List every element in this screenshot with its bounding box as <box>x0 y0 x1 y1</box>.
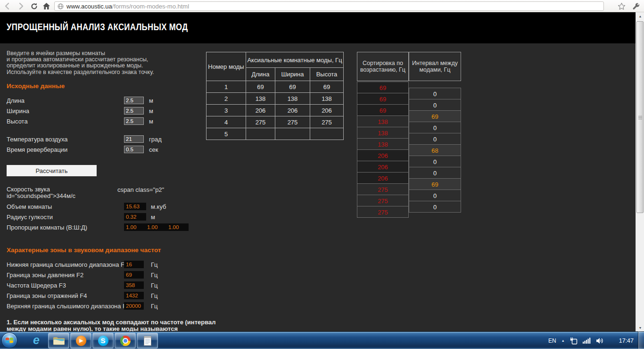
sound-speed-text: Скорость звука id="soundspeed">344м/с <box>7 186 75 199</box>
table-cell: 138 <box>310 93 344 105</box>
scrollbar-thumb[interactable] <box>636 21 644 213</box>
reload-icon[interactable] <box>28 1 40 11</box>
scroll-down-icon[interactable]: ▼ <box>636 324 644 331</box>
proportion-value-1: 1.00 <box>124 223 146 231</box>
table-cell: 1 <box>206 81 246 93</box>
intervals-column: 00690068006900 <box>409 88 461 213</box>
volume-value: 15.63 <box>124 203 146 210</box>
result-label: Объем комнаты <box>7 203 52 210</box>
table-cell: 275 <box>310 116 344 128</box>
sorted-mode-row: 206 <box>357 149 409 161</box>
skype-icon: S <box>98 336 108 346</box>
f2-value: 69 <box>124 271 144 279</box>
interval-row: 0 <box>409 167 461 179</box>
vertical-scrollbar[interactable]: ▲ ▼ <box>636 12 644 331</box>
taskbar-skype[interactable]: S <box>92 333 114 348</box>
signal-strength-icon[interactable] <box>583 337 591 344</box>
language-indicator[interactable]: EN <box>548 337 556 344</box>
zone-unit: Гц <box>151 292 158 299</box>
field-row-reverb-time: Время реверберации сек <box>7 146 205 154</box>
axial-modes-table: Номер моды Аксиальные комнатные моды, Гц… <box>206 52 344 140</box>
table-cell: 138 <box>275 93 310 105</box>
sorted-mode-row: 69 <box>357 104 409 116</box>
table-cell: 275 <box>275 116 310 128</box>
taskbar-media-player[interactable]: ▶ <box>70 333 91 348</box>
column-header-height: Высота <box>310 68 344 81</box>
column-header-mode-number: Номер моды <box>206 52 246 81</box>
hidden-icons-chevron[interactable]: ▲ <box>561 339 565 342</box>
table-cell: 69 <box>275 81 310 93</box>
table-cell: 275 <box>246 116 275 128</box>
zone-label: Частота Шредера F3 <box>7 282 66 289</box>
section-heading-input-data: Исходные данные <box>7 82 65 90</box>
folder-icon <box>53 336 65 346</box>
home-icon[interactable] <box>41 1 52 11</box>
table-cell: 69 <box>246 81 275 93</box>
field-unit: град <box>149 136 162 143</box>
interval-row: 69 <box>409 110 461 122</box>
network-plug-icon[interactable] <box>570 337 578 345</box>
scrollbar-grip <box>638 116 642 120</box>
taskbar-internet-explorer[interactable]: e <box>28 333 44 348</box>
table-row: 2138138138 <box>206 93 344 105</box>
radius-value: 0.32 <box>124 213 146 221</box>
column-header-width: Ширина <box>275 68 310 81</box>
intervals-header: Интервал между модами, Гц <box>409 52 461 81</box>
field-label: Ширина <box>7 107 29 115</box>
field-label: Высота <box>7 118 28 125</box>
field-unit: м <box>149 107 153 115</box>
table-cell: 2 <box>206 93 246 105</box>
broken-tag-text: cspan class="p2" <box>117 186 164 193</box>
sorted-mode-row: 206 <box>357 161 409 173</box>
field-row-temperature: Температура воздуха град <box>7 135 205 144</box>
back-icon[interactable] <box>2 1 13 11</box>
taskbar-explorer[interactable] <box>48 333 69 348</box>
start-button[interactable] <box>1 332 17 348</box>
clock[interactable]: 17:47 <box>619 337 634 344</box>
zone-unit: Гц <box>151 303 158 310</box>
sorted-mode-row: 275 <box>357 183 409 195</box>
show-desktop-button[interactable] <box>638 331 644 349</box>
f3-value: 358 <box>124 281 144 289</box>
media-player-icon: ▶ <box>76 336 86 346</box>
section-heading-zones: Характерные зоны в звуковом диапазоне ча… <box>7 247 161 254</box>
zone-row-f5: Верхняя граница слышимого диапазона F5 2… <box>7 302 233 311</box>
zone-label: Граница зоны отражений F4 <box>7 292 87 299</box>
length-input[interactable] <box>124 97 144 104</box>
result-row-radius: Радиус гулкости 0.32 м <box>7 213 233 222</box>
field-unit: м <box>149 118 153 125</box>
width-input[interactable] <box>124 107 144 115</box>
result-row-proportions: Пропорции комнаты (В:Ш:Д) 1.00 1.00 1.00 <box>7 223 233 232</box>
table-cell <box>275 128 310 140</box>
site-info-globe-icon[interactable] <box>58 3 64 9</box>
result-unit: м.куб <box>151 203 166 210</box>
field-row-length: Длина м <box>7 97 205 105</box>
table-cell <box>246 128 275 140</box>
interval-row: 0 <box>409 133 461 145</box>
wrench-menu-icon[interactable] <box>632 2 640 10</box>
volume-icon[interactable] <box>596 337 603 344</box>
taskbar-notepad[interactable] <box>137 333 158 348</box>
table-cell: 206 <box>246 105 275 116</box>
table-cell: 138 <box>246 93 275 105</box>
forward-icon[interactable] <box>15 1 26 11</box>
page-title: УПРОЩЕННЫЙ АНАЛИЗ АКСИАЛЬНЫХ МОД <box>7 22 188 33</box>
f5-value: 20000 <box>124 302 144 310</box>
taskbar-chrome[interactable] <box>115 333 136 348</box>
address-bar[interactable]: www.acoustic.ua/forms/room-modes-mo.html <box>54 1 604 11</box>
zone-row-f2: Граница зоны давления F2 69 Гц <box>7 271 233 280</box>
zone-row-f4: Граница зоны отражений F4 1432 Гц <box>7 292 233 300</box>
table-cell: 4 <box>206 116 246 128</box>
bookmark-star-icon[interactable] <box>618 2 626 10</box>
result-unit: м <box>151 214 155 221</box>
calculate-button[interactable]: Рассчитать <box>7 165 97 176</box>
sorted-mode-row: 275 <box>357 206 409 218</box>
reverb-time-input[interactable] <box>124 146 144 153</box>
windows-logo-icon <box>5 337 14 344</box>
scroll-up-icon[interactable]: ▲ <box>636 12 644 20</box>
height-input[interactable] <box>124 117 144 125</box>
interval-row: 0 <box>409 189 461 201</box>
temperature-input[interactable] <box>124 135 144 143</box>
zone-label: Нижняя граница слышимого диапазона F1 <box>7 261 128 268</box>
field-label: Длина <box>7 97 25 104</box>
